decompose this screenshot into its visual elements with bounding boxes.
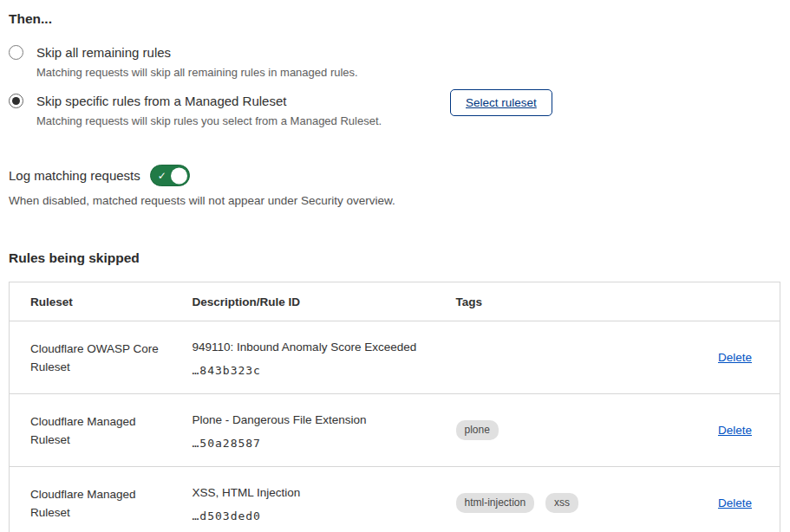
option-skip-all-rules: Skip all remaining rules Matching reques… xyxy=(9,43,780,81)
column-header-description: Description/Rule ID xyxy=(193,282,456,321)
tags-cell: html-injection xss xyxy=(456,467,685,532)
ruleset-cell: Cloudflare OWASP Core Ruleset xyxy=(10,321,193,394)
ruleset-name: Cloudflare OWASP Core Ruleset xyxy=(30,340,165,376)
description-cell: XSS, HTML Injection …d503ded0 xyxy=(193,467,456,532)
delete-link[interactable]: Delete xyxy=(718,424,752,437)
actions-cell: Delete xyxy=(685,321,780,394)
log-matching-description: When disabled, matched requests will not… xyxy=(9,193,780,209)
tag-pill: xss xyxy=(545,493,578,513)
log-matching-label: Log matching requests xyxy=(9,168,140,183)
tags-cell xyxy=(456,321,685,394)
column-header-ruleset: Ruleset xyxy=(10,282,193,321)
tag-pill: plone xyxy=(456,420,499,440)
column-header-actions xyxy=(685,282,780,321)
radio-dot xyxy=(12,97,20,105)
option-skip-specific-description: Matching requests will skip rules you se… xyxy=(36,114,382,129)
description-cell: Plone - Dangerous File Extension …50a285… xyxy=(193,394,456,467)
toggle-knob xyxy=(171,167,187,184)
rule-description: 949110: Inbound Anomaly Score Exceeded xyxy=(193,339,456,356)
rules-skipped-heading: Rules being skipped xyxy=(9,250,780,267)
table-row: Cloudflare Managed Ruleset Plone - Dange… xyxy=(10,394,780,467)
table-header-row: Ruleset Description/Rule ID Tags xyxy=(10,282,780,321)
select-ruleset-button[interactable]: Select ruleset xyxy=(450,89,552,116)
description-cell: 949110: Inbound Anomaly Score Exceeded …… xyxy=(193,321,456,394)
rule-id: …d503ded0 xyxy=(193,509,456,522)
actions-cell: Delete xyxy=(685,467,780,532)
option-skip-specific-body: Skip specific rules from a Managed Rules… xyxy=(36,92,382,129)
ruleset-cell: Cloudflare Managed Ruleset xyxy=(10,467,193,532)
tag-pill: html-injection xyxy=(456,493,535,513)
option-skip-all-description: Matching requests will skip all remainin… xyxy=(36,65,358,81)
ruleset-cell: Cloudflare Managed Ruleset xyxy=(10,394,193,467)
log-matching-toggle[interactable]: ✓ xyxy=(150,165,190,186)
option-skip-specific-rules: Skip specific rules from a Managed Rules… xyxy=(9,92,780,129)
actions-cell: Delete xyxy=(685,394,780,467)
table-row: Cloudflare Managed Ruleset XSS, HTML Inj… xyxy=(10,467,780,532)
ruleset-name: Cloudflare Managed Ruleset xyxy=(30,412,165,449)
table-row: Cloudflare OWASP Core Ruleset 949110: In… xyxy=(10,321,780,394)
delete-link[interactable]: Delete xyxy=(718,496,752,509)
delete-link[interactable]: Delete xyxy=(718,351,752,364)
select-ruleset-button-label: Select ruleset xyxy=(466,96,537,109)
option-skip-all-label[interactable]: Skip all remaining rules xyxy=(36,43,358,62)
rule-id: …843b323c xyxy=(193,364,456,377)
option-skip-specific-label[interactable]: Skip specific rules from a Managed Rules… xyxy=(36,92,382,111)
waf-rule-config-page: Then... Skip all remaining rules Matchin… xyxy=(0,0,790,532)
rule-description: Plone - Dangerous File Extension xyxy=(193,412,456,429)
rule-description: XSS, HTML Injection xyxy=(193,484,456,502)
column-header-tags: Tags xyxy=(456,282,685,321)
radio-skip-specific-rules[interactable] xyxy=(9,94,23,108)
then-heading: Then... xyxy=(9,10,780,28)
radio-skip-all-rules[interactable] xyxy=(9,45,23,60)
check-icon: ✓ xyxy=(158,170,166,180)
log-matching-row: Log matching requests ✓ xyxy=(9,165,780,186)
ruleset-name: Cloudflare Managed Ruleset xyxy=(30,485,165,522)
rule-id: …50a28587 xyxy=(193,437,456,450)
radio-dot xyxy=(12,49,20,56)
rules-skipped-table: Ruleset Description/Rule ID Tags Cloudfl… xyxy=(9,282,780,532)
option-skip-all-body: Skip all remaining rules Matching reques… xyxy=(36,43,358,81)
tags-cell: plone xyxy=(456,394,685,467)
